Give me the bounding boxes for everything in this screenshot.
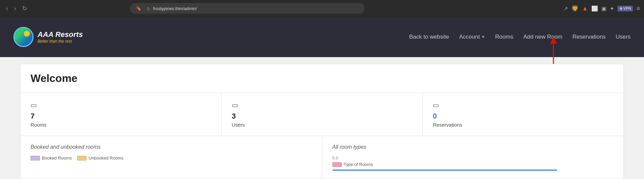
type-legend-item: Type of Rooms	[332, 162, 373, 167]
stats-row: ▭ 7 Rooms ▭ 3 Users ▭ 0 Reservations	[20, 93, 624, 136]
rooms-stat-number: 7	[31, 112, 211, 121]
window-icon[interactable]: ⬜	[591, 5, 598, 12]
browser-menu-icon[interactable]: ≡	[636, 5, 640, 12]
users-stat-card: ▭ 3 Users	[222, 93, 423, 136]
vpn-badge[interactable]: ⊕ VPN	[618, 6, 633, 11]
forward-button[interactable]: ›	[12, 4, 18, 13]
nav-rooms[interactable]: Rooms	[495, 34, 513, 40]
rooms-stat-label: Rooms	[31, 122, 211, 128]
nav-back-to-website[interactable]: Back to website	[409, 34, 449, 40]
users-stat-number: 3	[232, 112, 413, 121]
logo-earth	[14, 28, 33, 46]
reservations-stat-number: 0	[433, 112, 613, 121]
room-types-chart: All room types 5.0 Type of Rooms	[322, 136, 624, 179]
share-icon[interactable]: ↗	[564, 5, 568, 12]
type-legend-label: Type of Rooms	[344, 162, 373, 167]
brand-text: AAA Resorts Better than the rest	[38, 30, 83, 44]
brand-name: AAA Resorts	[38, 30, 83, 39]
charts-row: Booked and unbooked rooms Booked Rooms U…	[20, 136, 624, 179]
users-stat-label: Users	[232, 122, 413, 128]
bookmark-icon: 🔖	[134, 5, 144, 12]
reservations-stat-card: ▭ 0 Reservations	[423, 93, 624, 136]
logo-sun	[24, 31, 30, 37]
annotation-arrow	[543, 37, 564, 69]
reservations-stat-label: Reservations	[433, 122, 613, 128]
booked-legend-label: Booked Rooms	[42, 155, 72, 161]
nav-account[interactable]: Account ▼	[459, 34, 485, 40]
unbooked-swatch	[77, 156, 87, 161]
back-button[interactable]: ‹	[4, 4, 10, 13]
reservations-stat-icon: ▭	[433, 101, 613, 109]
nav-account-label: Account	[459, 34, 480, 40]
welcome-section: Welcome	[20, 64, 624, 93]
brave-triangle-icon[interactable]: ▲	[582, 5, 588, 12]
browser-chrome: ‹ › ↻ 🔖 ⚠ frostypines.thm/admin/ ↗ 🦁 ▲ ⬜…	[0, 0, 644, 17]
chart-line	[332, 170, 557, 171]
booked-unbooked-legend: Booked Rooms Unbooked Rooms	[31, 155, 312, 161]
browser-actions: ↗ 🦁 ▲ ⬜ ▣ ✦ ⊕ VPN ≡	[564, 5, 640, 12]
logo-circle	[13, 27, 34, 47]
booked-swatch	[31, 156, 40, 161]
rooms-stat-card: ▭ 7 Rooms	[20, 93, 222, 136]
reload-button[interactable]: ↻	[20, 4, 29, 13]
address-bar-container: 🔖 ⚠ frostypines.thm/admin/	[130, 3, 365, 14]
brand-tagline: Better than the rest	[38, 39, 83, 44]
users-stat-icon: ▭	[232, 101, 413, 109]
type-swatch	[332, 162, 342, 167]
unbooked-legend-label: Unbooked Rooms	[89, 155, 123, 161]
brand: AAA Resorts Better than the rest	[13, 27, 83, 47]
app-header: AAA Resorts Better than the rest Back to…	[0, 17, 644, 57]
security-warning-icon: ⚠	[146, 6, 150, 11]
dashboard-card: Welcome ▭ 7 Rooms ▭ 3 Users ▭ 0 Reservat…	[20, 64, 624, 179]
nav-users[interactable]: Users	[616, 34, 631, 40]
welcome-title: Welcome	[31, 72, 613, 85]
account-dropdown-arrow: ▼	[481, 35, 485, 39]
address-bar[interactable]: 🔖 ⚠ frostypines.thm/admin/	[130, 3, 365, 14]
svg-marker-1	[550, 37, 557, 44]
main-content: Welcome ▭ 7 Rooms ▭ 3 Users ▭ 0 Reservat…	[0, 57, 644, 179]
url-display: frostypines.thm/admin/	[153, 6, 197, 11]
brave-lion-icon[interactable]: 🦁	[571, 5, 579, 12]
room-types-legend: Type of Rooms	[332, 162, 614, 167]
booked-unbooked-chart: Booked and unbooked rooms Booked Rooms U…	[20, 136, 322, 179]
unbooked-legend-item: Unbooked Rooms	[77, 155, 123, 161]
booked-legend-item: Booked Rooms	[31, 155, 72, 161]
rooms-stat-icon: ▭	[31, 101, 211, 109]
tab-icon[interactable]: ▣	[601, 5, 606, 12]
extensions-icon[interactable]: ✦	[610, 5, 614, 12]
booked-unbooked-title: Booked and unbooked rooms	[31, 144, 312, 150]
nav-reservations[interactable]: Reservations	[572, 34, 605, 40]
browser-nav: ‹ › ↻	[4, 4, 29, 13]
room-types-title: All room types	[332, 144, 614, 150]
main-nav: Back to website Account ▼ Rooms Add new …	[409, 34, 631, 40]
chart-y-label: 5.0	[332, 155, 614, 161]
